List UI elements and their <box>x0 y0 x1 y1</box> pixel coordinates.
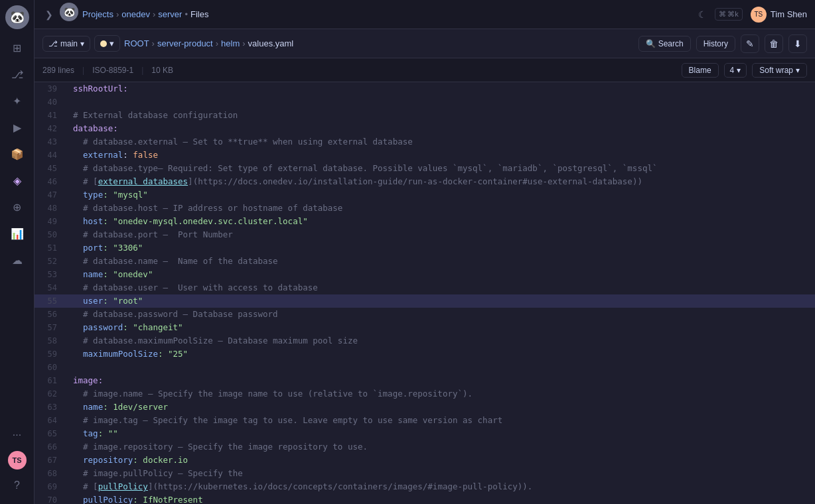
file-path: ROOT › server-product › helm › values.ya… <box>124 38 293 48</box>
filebar: ⎇ main ▾ ▾ ROOT › server-product › helm … <box>35 29 815 58</box>
sidebar-item-run[interactable]: ▶ <box>5 115 29 139</box>
blame-button[interactable]: Blame <box>682 63 719 78</box>
code-line: 62 # image.name — Specify the image name… <box>35 387 815 401</box>
line-content: # database.external — Set to **true** wh… <box>68 135 815 149</box>
shortcut-key: ⌘k <box>727 10 739 19</box>
code-line: 59 maximumPoolSize: "25" <box>35 347 815 361</box>
file-size: 10 KB <box>151 66 173 75</box>
file-path-server-product[interactable]: server-product <box>157 38 213 48</box>
tab-size-value: 4 <box>730 66 735 75</box>
sidebar-item-branches[interactable]: ⎇ <box>5 62 29 86</box>
breadcrumb-sep1: › <box>116 9 119 19</box>
sidebar-item-stars[interactable]: ✦ <box>5 89 29 113</box>
code-line: 48 # database.host — IP address or hostn… <box>35 202 815 215</box>
file-path-root[interactable]: ROOT <box>124 38 149 48</box>
theme-toggle-button[interactable]: ☾ <box>698 9 707 20</box>
line-number: 55 <box>35 294 68 308</box>
sidebar-item-deploy[interactable]: ☁ <box>5 248 29 272</box>
line-content: user: "root" <box>68 294 815 308</box>
main-content: ❯ 🐼 Projects › onedev › server • Files ☾… <box>35 0 815 504</box>
softwrap-button[interactable]: Soft wrap ▾ <box>752 63 807 78</box>
sidebar-item-more[interactable]: ··· <box>5 423 29 447</box>
delete-button[interactable]: 🗑 <box>765 34 783 53</box>
tab-size-selector[interactable]: 4 ▾ <box>724 63 747 78</box>
line-content: # [external databases](https://docs.oned… <box>68 175 815 188</box>
branch-chevron: ▾ <box>80 39 84 48</box>
breadcrumb-projects[interactable]: Projects <box>82 9 113 19</box>
code-line: 44 external: false <box>35 149 815 162</box>
search-button[interactable]: 🔍 Search <box>638 36 691 52</box>
breadcrumb-server[interactable]: server <box>158 9 182 19</box>
line-content: external: false <box>68 149 815 162</box>
line-content: # database.name — Name of the database <box>68 255 815 268</box>
breadcrumb-files: Files <box>190 9 208 19</box>
file-encoding: ISO-8859-1 <box>92 66 133 75</box>
file-path-sep3: › <box>242 38 245 48</box>
code-line: 51 port: "3306" <box>35 241 815 255</box>
keyboard-shortcut-badge: ⌘ ⌘k <box>715 8 743 21</box>
user-menu[interactable]: TS Tim Shen <box>751 7 807 23</box>
sidebar-item-panel[interactable]: ⊞ <box>5 36 29 60</box>
app-logo[interactable]: 🐼 <box>5 5 29 29</box>
history-label: History <box>704 39 728 48</box>
topbar: ❯ 🐼 Projects › onedev › server • Files ☾… <box>35 0 815 29</box>
search-icon: 🔍 <box>646 39 656 48</box>
line-content: password: "changeit" <box>68 321 815 334</box>
line-content: sshRootUrl: <box>68 82 815 95</box>
line-content: # image.name — Specify the image name to… <box>68 387 815 401</box>
line-number: 58 <box>35 334 68 347</box>
code-line: 52 # database.name — Name of the databas… <box>35 255 815 268</box>
sidebar-item-help[interactable]: ? <box>5 473 29 497</box>
line-number: 61 <box>35 374 68 387</box>
download-button[interactable]: ⬇ <box>788 34 807 53</box>
line-content: # image.tag — Specify the image tag to u… <box>68 414 815 427</box>
line-number: 39 <box>35 82 68 95</box>
commit-dot-selector[interactable]: ▾ <box>94 35 120 52</box>
code-line: 64 # image.tag — Specify the image tag t… <box>35 414 815 427</box>
user-name: Tim Shen <box>771 9 807 19</box>
metabar-right: Blame 4 ▾ Soft wrap ▾ <box>682 63 807 78</box>
code-line: 60 <box>35 361 815 374</box>
commit-chevron: ▾ <box>110 38 114 48</box>
line-number: 43 <box>35 135 68 149</box>
collapse-sidebar-button[interactable]: ❯ <box>42 7 56 23</box>
line-number: 41 <box>35 109 68 122</box>
file-path-helm[interactable]: helm <box>221 38 240 48</box>
code-line: 57 password: "changeit" <box>35 321 815 334</box>
line-number: 51 <box>35 241 68 255</box>
line-content: host: "onedev-mysql.onedev.svc.cluster.l… <box>68 215 815 228</box>
sidebar: 🐼 ⊞ ⎇ ✦ ▶ 📦 ◈ ⊕ 📊 ☁ ··· TS ? <box>0 0 35 504</box>
line-content: repository: docker.io <box>68 454 815 467</box>
line-content: # image.pullPolicy — Specify the <box>68 467 815 480</box>
history-button[interactable]: History <box>696 36 735 52</box>
code-area[interactable]: 39sshRootUrl:4041# External database con… <box>35 82 815 504</box>
filebar-actions: 🔍 Search History ✎ 🗑 ⬇ <box>638 34 807 53</box>
code-line: 50 # database.port — Port Number <box>35 228 815 241</box>
file-lines: 289 lines <box>42 66 74 75</box>
line-number: 56 <box>35 308 68 321</box>
user-avatar-sidebar[interactable]: TS <box>8 451 27 470</box>
line-number: 64 <box>35 414 68 427</box>
line-content: # External database configuration <box>68 109 815 122</box>
sidebar-item-code[interactable]: ◈ <box>5 168 29 192</box>
metabar: 289 lines | ISO-8859-1 | 10 KB Blame 4 ▾… <box>35 58 815 82</box>
line-content: type: "mysql" <box>68 188 815 202</box>
breadcrumb-onedev[interactable]: onedev <box>121 9 150 19</box>
softwrap-label: Soft wrap <box>759 66 793 75</box>
line-number: 60 <box>35 361 68 374</box>
code-line: 58 # database.maximumPoolSize — Database… <box>35 334 815 347</box>
sidebar-item-packages[interactable]: 📦 <box>5 142 29 166</box>
line-content: # image.repository — Specify the image r… <box>68 440 815 454</box>
line-number: 62 <box>35 387 68 401</box>
line-number: 44 <box>35 149 68 162</box>
sidebar-item-charts[interactable]: 📊 <box>5 221 29 245</box>
line-content: # database.host — IP address or hostname… <box>68 202 815 215</box>
breadcrumb-dot: • <box>185 9 188 19</box>
edit-button[interactable]: ✎ <box>741 34 759 53</box>
sidebar-item-merge[interactable]: ⊕ <box>5 195 29 219</box>
line-number: 40 <box>35 95 68 109</box>
code-line: 61image: <box>35 374 815 387</box>
branch-selector[interactable]: ⎇ main ▾ <box>42 36 90 52</box>
line-number: 52 <box>35 255 68 268</box>
file-path-filename: values.yaml <box>248 38 294 48</box>
